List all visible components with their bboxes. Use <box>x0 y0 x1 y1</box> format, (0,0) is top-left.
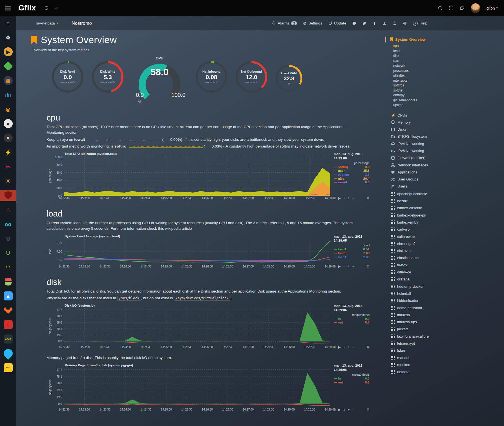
menu-app-item[interactable]: gitlab-ce <box>391 269 456 276</box>
chart-tool-icon[interactable]: ▶ <box>338 345 341 349</box>
facebook-button[interactable] <box>372 21 377 25</box>
chart-tool-icon[interactable]: − <box>352 408 354 412</box>
menu-app-item[interactable]: firefox <box>391 262 456 269</box>
home-icon[interactable]: ⌂ <box>0 18 16 28</box>
menu-subitem[interactable]: interrupts <box>393 78 456 83</box>
app-xteve-icon[interactable]: × <box>0 118 16 129</box>
app-download-icon[interactable]: ↓ <box>0 319 16 330</box>
settings-button[interactable]: ⚙ Settings <box>303 21 322 26</box>
menu-section-btrfs[interactable]: BTRFS filesystem <box>391 133 456 140</box>
app-search-icon[interactable]: ◎ <box>0 104 16 115</box>
menu-section-interfaces[interactable]: Network Interfaces <box>391 162 456 169</box>
chart-resize-icon[interactable]: ⇕ <box>366 345 370 349</box>
user-avatar[interactable] <box>471 3 480 13</box>
menu-subitem[interactable]: processes <box>393 68 456 73</box>
menu-app-item[interactable]: binhex-airsonic <box>391 204 456 211</box>
chart-resize-icon[interactable]: ⇕ <box>366 264 370 269</box>
legend-item[interactable]: load5 2.68 <box>334 251 370 255</box>
chart-tool-icon[interactable]: ▶ <box>338 408 341 412</box>
chart-tool-icon[interactable]: ▶ <box>338 196 341 200</box>
app-x-icon[interactable]: × <box>0 133 16 143</box>
menu-app-item[interactable]: elasticsearch <box>391 254 456 261</box>
app-lazy-icon[interactable]: LAZY <box>0 334 16 344</box>
net-outbound-gauge[interactable]: Net Outbound 12.0 megabits/s <box>235 61 268 93</box>
net-inbound-gauge[interactable]: Net Inbound 0.08 megabits/s <box>195 61 228 93</box>
menu-app-item[interactable]: cadvisor <box>391 226 456 233</box>
chart-plot[interactable] <box>64 156 330 196</box>
menu-app-item[interactable]: bazarr <box>391 197 456 204</box>
menu-section-firewall[interactable]: Firewall (netfilter) <box>391 154 456 161</box>
menu-app-item[interactable]: netdata <box>391 368 456 375</box>
menu-app-item[interactable]: home-assistant <box>391 304 456 311</box>
menu-app-item[interactable]: chronograf <box>391 240 456 247</box>
alarms-button[interactable]: Alarms 2 <box>272 21 297 25</box>
chart-tool-icon[interactable]: + <box>348 345 350 349</box>
menu-section-user-groups[interactable]: User Groups <box>391 176 456 183</box>
menu-subitem[interactable]: cpu <box>393 44 456 49</box>
legend-item[interactable]: in 0.0 <box>334 377 370 381</box>
chart-tool-icon[interactable]: − <box>352 264 354 268</box>
update-button[interactable]: Update <box>328 21 346 25</box>
app-plex-icon[interactable]: ▶ <box>0 46 16 57</box>
menu-section-memory[interactable]: Memory <box>391 119 456 126</box>
chart-tool-icon[interactable]: − <box>352 196 354 200</box>
menu-app-item[interactable]: letsencrypt <box>391 340 456 347</box>
menu-app-item[interactable]: jackett <box>391 325 456 333</box>
menu-subitem[interactable]: uptime <box>393 103 456 108</box>
chart-tool-icon[interactable]: » <box>343 408 345 412</box>
menu-section-cpus[interactable]: ⚡CPUs <box>391 112 456 119</box>
menu-app-item[interactable]: binhex-delugevpn <box>391 212 456 219</box>
menu-subitem[interactable]: ram <box>393 59 456 64</box>
menu-section-ipv6[interactable]: IPv6 Networking <box>391 147 456 154</box>
menu-section-users[interactable]: Users <box>391 183 456 190</box>
menu-app-item[interactable]: hiddenloader <box>391 297 456 304</box>
hamburger-menu-icon[interactable] <box>0 0 16 16</box>
legend-item[interactable]: in 0.0 <box>334 317 370 321</box>
app-tautulli-icon[interactable]: ▦ <box>0 75 16 86</box>
menu-app-item[interactable]: influxdb-ups <box>391 318 456 325</box>
fullscreen-icon[interactable] <box>449 6 454 10</box>
menu-section-applications[interactable]: Applications <box>391 169 456 176</box>
github-button[interactable] <box>352 21 356 25</box>
legend-item[interactable]: system 2.3 <box>334 173 370 177</box>
menu-app-item[interactable]: lidarr <box>391 347 456 354</box>
menu-subitem[interactable]: softirqs <box>393 83 456 88</box>
search-icon[interactable] <box>438 6 443 10</box>
chart-tool-icon[interactable]: − <box>352 345 354 349</box>
refresh-icon[interactable] <box>44 6 49 10</box>
app-horseshoe-icon[interactable]: ∪ <box>0 233 16 244</box>
menu-subitem[interactable]: softnet <box>393 88 456 93</box>
menu-app-item[interactable]: apacheguacamole <box>391 190 456 197</box>
close-tab-icon[interactable]: × <box>55 5 58 11</box>
menu-app-item[interactable]: mariadb <box>391 354 456 361</box>
app-gitlab-icon[interactable] <box>0 305 16 316</box>
menu-app-item[interactable]: diskover <box>391 247 456 254</box>
app-dots-icon[interactable]: ∴ <box>0 204 16 215</box>
app-drop-icon[interactable] <box>0 348 16 359</box>
menu-subitem[interactable]: load <box>393 49 456 54</box>
menu-app-item[interactable]: hddtemp-docker <box>391 283 456 290</box>
menu-app-item[interactable]: binhex-emby <box>391 219 456 226</box>
legend-item[interactable]: iowait 0.0 <box>334 180 370 184</box>
menu-app-item[interactable]: grafana <box>391 276 456 283</box>
host-dropdown[interactable]: my-netdata ▾ <box>36 21 58 25</box>
menu-app-item[interactable]: heimdall <box>391 290 456 297</box>
menu-subitem[interactable]: disk <box>393 53 456 59</box>
chart-resize-icon[interactable]: ⇕ <box>366 407 370 412</box>
app-bolt-icon[interactable]: ⚡ <box>0 147 16 158</box>
legend-item[interactable]: out -5.3 <box>334 321 370 325</box>
legend-item[interactable]: softirq 0.0 <box>334 165 370 169</box>
app-pills-icon[interactable] <box>0 276 16 287</box>
legend-item[interactable]: load15 2.06 <box>334 255 370 259</box>
menu-section-ipv4[interactable]: IPv4 Networking <box>391 140 456 147</box>
chart-plot[interactable] <box>64 308 330 345</box>
menu-subitem[interactable]: entropy <box>393 93 456 98</box>
chart-resize-icon[interactable]: ⇕ <box>366 196 370 200</box>
chart-tool-icon[interactable]: » <box>343 264 345 268</box>
app-cloud-icon[interactable]: oo <box>0 219 16 229</box>
menu-app-item[interactable]: influxdb <box>391 311 456 318</box>
app-u-icon[interactable]: U <box>0 247 16 258</box>
legend-item[interactable]: out -5.2 <box>334 381 370 385</box>
app-emby-icon[interactable] <box>0 61 16 72</box>
chart-tool-icon[interactable]: ▶ <box>338 264 341 268</box>
